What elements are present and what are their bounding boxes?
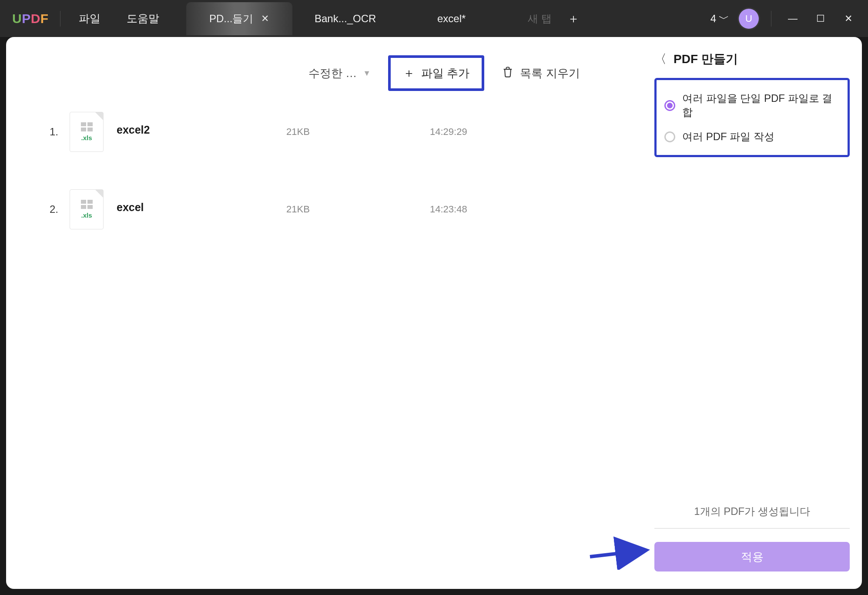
plus-icon[interactable]: ＋ <box>560 7 587 30</box>
file-meta: 21KB 14:23:48 <box>286 204 467 215</box>
plus-icon: ＋ <box>403 65 415 81</box>
chevron-down-icon: ▼ <box>363 69 371 78</box>
maximize-button[interactable]: ☐ <box>811 13 830 24</box>
tab-new[interactable]: 새 탭 ＋ <box>505 2 611 35</box>
file-name: excel2 <box>117 124 286 136</box>
tab-count-dropdown[interactable]: 4 ﹀ <box>710 12 729 26</box>
file-size: 21KB <box>286 204 430 215</box>
sort-dropdown[interactable]: 수정한 … ▼ <box>308 66 371 81</box>
file-index: 1. <box>50 126 70 138</box>
option-label: 여러 PDF 파일 작성 <box>682 130 774 144</box>
side-footer: 1개의 PDF가 생성됩니다 적용 <box>654 504 850 571</box>
pdf-options-group: 여러 파일을 단일 PDF 파일로 결합 여러 PDF 파일 작성 <box>654 78 850 157</box>
file-time: 14:23:48 <box>430 204 467 215</box>
side-header: 〈 PDF 만들기 <box>654 51 850 67</box>
file-size: 21KB <box>286 126 430 138</box>
sort-label: 수정한 … <box>308 66 357 81</box>
add-file-label: 파일 추가 <box>421 66 469 81</box>
tab-label: 새 탭 <box>528 12 552 26</box>
menu-help[interactable]: 도움말 <box>120 7 166 30</box>
close-icon[interactable]: ✕ <box>261 13 269 24</box>
trash-icon <box>502 66 514 81</box>
content-area: 수정한 … ▼ ＋ 파일 추가 목록 지우기 1. .xls <box>6 37 862 589</box>
option-label: 여러 파일을 단일 PDF 파일로 결합 <box>682 91 840 119</box>
title-bar: UPDF 파일 도움말 PD...들기 ✕ Bank..._OCR excel*… <box>0 0 868 37</box>
clear-list-button[interactable]: 목록 지우기 <box>502 66 580 81</box>
divider <box>654 528 850 529</box>
radio-icon <box>664 131 675 142</box>
file-type-icon: .xls <box>70 112 104 152</box>
back-button[interactable]: 〈 <box>654 51 667 67</box>
clear-label: 목록 지우기 <box>520 66 580 81</box>
menu-file[interactable]: 파일 <box>72 7 107 30</box>
side-panel: 〈 PDF 만들기 여러 파일을 단일 PDF 파일로 결합 여러 PDF 파일… <box>642 37 862 589</box>
tab-bank-ocr[interactable]: Bank..._OCR <box>292 2 399 35</box>
divider <box>771 11 771 27</box>
file-ext: .xls <box>81 134 92 141</box>
radio-icon <box>664 100 675 111</box>
divider <box>60 11 60 27</box>
tab-label: PD...들기 <box>209 12 253 26</box>
file-name: excel <box>117 201 286 214</box>
file-time: 14:29:29 <box>430 126 467 138</box>
minimize-button[interactable]: — <box>784 13 802 24</box>
window-controls: 4 ﹀ U — ☐ ✕ <box>710 0 868 37</box>
file-ext: .xls <box>81 212 92 219</box>
apply-button[interactable]: 적용 <box>654 542 850 571</box>
logo-letter-f: F <box>40 11 49 26</box>
tab-count-value: 4 <box>710 13 716 25</box>
tab-label: excel* <box>437 13 466 25</box>
chevron-down-icon: ﹀ <box>719 12 729 26</box>
option-create-multiple[interactable]: 여러 PDF 파일 작성 <box>664 124 840 149</box>
main-pane: 수정한 … ▼ ＋ 파일 추가 목록 지우기 1. .xls <box>6 37 642 589</box>
file-row[interactable]: 1. .xls excel2 21KB 14:29:29 <box>50 102 633 161</box>
file-meta: 21KB 14:29:29 <box>286 126 467 138</box>
add-file-button[interactable]: ＋ 파일 추가 <box>388 55 484 91</box>
close-window-button[interactable]: ✕ <box>839 13 858 24</box>
file-index: 2. <box>50 203 70 215</box>
tab-pdf-create[interactable]: PD...들기 ✕ <box>186 2 292 35</box>
status-text: 1개의 PDF가 생성됩니다 <box>654 504 850 518</box>
file-toolbar: 수정한 … ▼ ＋ 파일 추가 목록 지우기 <box>308 55 633 91</box>
option-merge-into-single[interactable]: 여러 파일을 단일 PDF 파일로 결합 <box>664 86 840 124</box>
file-info: excel <box>117 201 286 218</box>
avatar[interactable]: U <box>739 9 759 29</box>
logo-letter-u: U <box>12 11 22 26</box>
logo-letter-p: P <box>22 11 31 26</box>
panel-title: PDF 만들기 <box>674 51 738 67</box>
file-info: excel2 <box>117 124 286 141</box>
file-type-icon: .xls <box>70 189 104 229</box>
file-row[interactable]: 2. .xls excel 21KB 14:23:48 <box>50 180 633 239</box>
tab-label: Bank..._OCR <box>315 13 376 25</box>
tab-strip: PD...들기 ✕ Bank..._OCR excel* 새 탭 ＋ <box>186 0 611 37</box>
logo-letter-d: D <box>31 11 40 26</box>
app-logo: UPDF <box>12 11 49 26</box>
tab-excel[interactable]: excel* <box>399 2 505 35</box>
